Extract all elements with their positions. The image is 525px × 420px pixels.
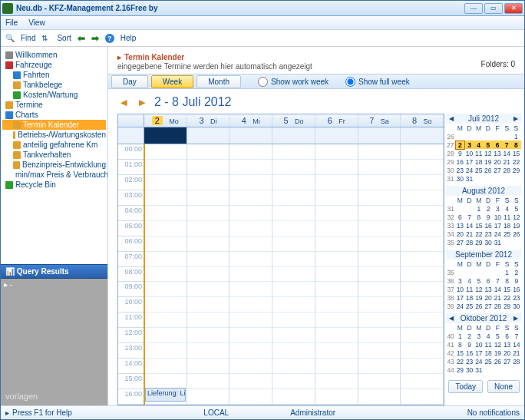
mini-cal-day[interactable]: 15 <box>503 285 512 293</box>
mini-cal-day[interactable]: 17 <box>455 293 464 302</box>
tab-week[interactable]: Week <box>151 75 193 88</box>
mini-cal-day[interactable]: 30 <box>484 238 493 246</box>
tree-item[interactable]: Tankbelege <box>2 80 106 90</box>
mini-cal-day[interactable]: 31 <box>464 174 474 183</box>
mini-cal-day[interactable]: 29 <box>455 365 464 374</box>
mini-cal-day[interactable] <box>502 132 511 141</box>
mini-cal-day[interactable] <box>474 268 484 276</box>
day-header[interactable]: 7 Sa <box>358 114 401 127</box>
mini-cal-day[interactable]: 9 <box>465 340 474 349</box>
mini-cal-day[interactable]: 19 <box>493 349 502 357</box>
tree-item[interactable]: Betriebs-/Wartungskosten <box>2 130 106 140</box>
mini-cal-day[interactable]: 18 <box>503 221 512 230</box>
mini-cal-day[interactable]: 2 <box>512 268 521 276</box>
mini-cal-day[interactable]: 9 <box>512 276 521 285</box>
allday-cell[interactable] <box>144 127 187 144</box>
mini-cal-day[interactable] <box>511 174 520 183</box>
mini-cal-day[interactable]: 6 <box>455 213 464 221</box>
mini-cal-day[interactable]: 30 <box>465 365 474 374</box>
day-header[interactable]: 3 Di <box>187 114 230 127</box>
mini-cal-day[interactable]: 13 <box>493 149 502 157</box>
mini-cal-day[interactable]: 3 <box>474 332 484 340</box>
mini-cal-day[interactable]: 24 <box>474 357 484 365</box>
mini-cal-day[interactable]: 28 <box>512 357 521 365</box>
mini-cal-day[interactable] <box>455 132 464 141</box>
mini-cal-day[interactable]: 2 <box>455 141 464 149</box>
mini-cal-day[interactable]: 20 <box>493 157 502 166</box>
mini-cal-day[interactable] <box>512 365 521 374</box>
menu-file[interactable]: File <box>5 18 18 27</box>
mini-cal-day[interactable]: 5 <box>512 204 521 213</box>
mini-cal-day[interactable] <box>455 204 464 213</box>
mini-cal-day[interactable]: 25 <box>465 302 474 310</box>
prev-week-button[interactable]: ◀ <box>117 96 130 108</box>
mini-cal-day[interactable]: 1 <box>455 332 464 340</box>
mini-cal-day[interactable]: 15 <box>511 149 520 157</box>
mini-cal-day[interactable] <box>455 268 464 276</box>
mini-cal-day[interactable]: 24 <box>464 166 474 174</box>
nav-forward-icon[interactable]: ➡ <box>91 33 99 44</box>
mini-next-button[interactable]: ▶ <box>512 115 520 122</box>
mini-cal-day[interactable]: 1 <box>511 132 520 141</box>
mini-cal-day[interactable]: 29 <box>474 238 484 246</box>
day-header[interactable]: 6 Fr <box>315 114 358 127</box>
mini-cal-day[interactable] <box>484 132 493 141</box>
mini-cal-day[interactable]: 27 <box>484 302 493 310</box>
day-header[interactable]: 2 Mo <box>144 114 187 127</box>
mini-cal-day[interactable]: 20 <box>455 230 464 238</box>
mini-cal-day[interactable]: 16 <box>465 349 474 357</box>
mini-cal-day[interactable]: 26 <box>484 166 493 174</box>
find-button[interactable]: Find <box>21 34 35 42</box>
mini-cal-day[interactable]: 11 <box>465 285 474 293</box>
day-header[interactable]: 4 Mi <box>229 114 272 127</box>
mini-cal-day[interactable]: 12 <box>474 285 484 293</box>
tree-item[interactable]: Kosten/Wartung <box>2 90 106 100</box>
mini-cal-day[interactable]: 16 <box>484 221 493 230</box>
mini-cal-day[interactable]: 20 <box>484 293 493 302</box>
next-week-button[interactable]: ▶ <box>136 96 148 108</box>
mini-cal-day[interactable]: 22 <box>474 230 484 238</box>
mini-cal-day[interactable]: 26 <box>474 302 484 310</box>
mini-cal-day[interactable]: 17 <box>474 349 484 357</box>
mini-cal-day[interactable] <box>465 268 474 276</box>
tree-item[interactable]: anteilig gefahrene Km <box>2 140 106 150</box>
mini-cal-day[interactable]: 6 <box>503 332 512 340</box>
mini-cal-day[interactable] <box>512 238 521 246</box>
mini-cal-day[interactable]: 4 <box>503 204 512 213</box>
nav-back-icon[interactable]: ⬅ <box>78 33 85 44</box>
mini-cal-day[interactable]: 9 <box>455 149 464 157</box>
help-button[interactable]: Help <box>121 34 137 42</box>
tab-month[interactable]: Month <box>196 75 241 88</box>
radio-work-week[interactable]: Show work week <box>258 77 329 87</box>
mini-cal-day[interactable]: 24 <box>455 302 464 310</box>
mini-cal-day[interactable]: 3 <box>464 141 474 149</box>
menu-view[interactable]: View <box>28 18 45 27</box>
mini-cal-day[interactable]: 26 <box>512 230 521 238</box>
mini-cal-day[interactable]: 6 <box>493 141 502 149</box>
tree-item[interactable]: Tankverhalten <box>2 150 106 160</box>
mini-cal-day[interactable]: 6 <box>484 276 493 285</box>
mini-cal-day[interactable]: 25 <box>484 357 493 365</box>
mini-cal-day[interactable]: 17 <box>493 221 502 230</box>
mini-cal-day[interactable]: 30 <box>455 174 464 183</box>
mini-cal-day[interactable] <box>474 132 484 141</box>
mini-cal-day[interactable]: 19 <box>512 221 521 230</box>
none-button[interactable]: None <box>487 380 520 393</box>
mini-cal-day[interactable]: 7 <box>502 141 511 149</box>
maximize-button[interactable]: ▭ <box>484 3 503 14</box>
mini-cal-day[interactable] <box>503 365 512 374</box>
mini-cal-day[interactable] <box>474 174 484 183</box>
mini-cal-day[interactable]: 28 <box>493 302 502 310</box>
mini-cal-day[interactable]: 29 <box>503 302 512 310</box>
mini-cal-day[interactable]: 18 <box>465 293 474 302</box>
tree-item[interactable]: Benzinpreis-Entwicklung <box>2 160 106 170</box>
tab-day[interactable]: Day <box>111 75 148 88</box>
mini-cal-day[interactable]: 7 <box>512 332 521 340</box>
mini-cal-day[interactable]: 17 <box>464 157 474 166</box>
mini-cal-day[interactable]: 22 <box>511 157 520 166</box>
mini-cal-day[interactable]: 14 <box>493 285 502 293</box>
mini-cal-day[interactable]: 5 <box>493 332 502 340</box>
day-column[interactable] <box>187 144 230 405</box>
mini-cal-day[interactable]: 10 <box>474 340 484 349</box>
mini-cal-day[interactable]: 8 <box>503 276 512 285</box>
